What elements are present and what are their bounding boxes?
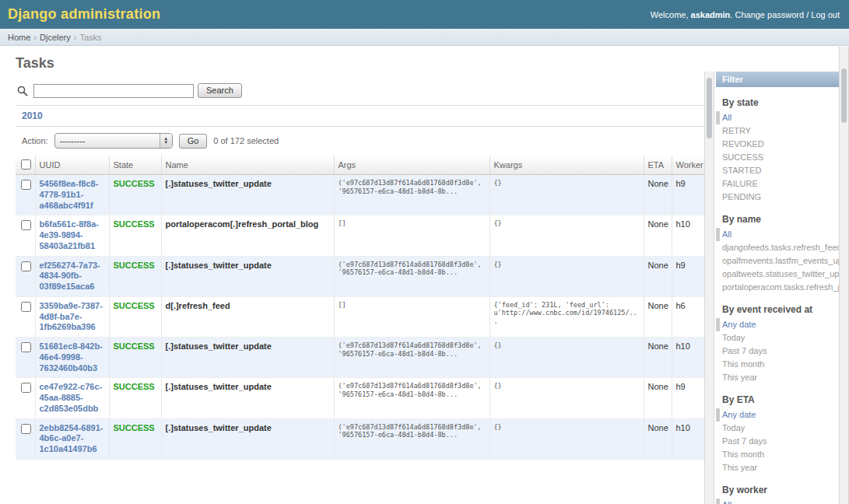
row-checkbox[interactable]	[21, 424, 31, 434]
column-header-kwargs[interactable]: Kwargs	[489, 156, 644, 175]
filter-heading-by-worker: By worker	[716, 485, 839, 495]
filter-link[interactable]: Past 7 days	[722, 346, 767, 355]
task-uuid-link[interactable]: b6fa561c-8f8a-4e39-9894-58403a21fb81	[40, 219, 99, 250]
filter-link[interactable]: This year	[722, 463, 757, 472]
task-uuid-link[interactable]: 2ebb8254-6891-4b6c-a0e7-1c10a41497b6	[40, 423, 103, 454]
filter-link[interactable]: Any date	[722, 320, 756, 329]
filter-option[interactable]: This month	[716, 448, 839, 461]
filter-panel-title: Filter	[716, 72, 839, 87]
row-checkbox[interactable]	[21, 180, 31, 190]
row-checkbox[interactable]	[21, 342, 31, 352]
filter-link[interactable]: REVOKED	[722, 139, 764, 149]
filter-option[interactable]: PENDING	[716, 191, 839, 204]
filter-option[interactable]: This month	[716, 358, 839, 371]
filter-link[interactable]: opaltweets.statuses_twitter_update	[722, 269, 839, 278]
filter-option-selected[interactable]: All	[716, 499, 839, 504]
column-header-eta[interactable]: ETA	[644, 156, 672, 175]
column-header-uuid[interactable]: UUID	[35, 156, 109, 175]
column-header-state[interactable]: State	[109, 156, 161, 175]
row-checkbox[interactable]	[21, 220, 31, 230]
filter-option[interactable]: Today	[716, 331, 839, 345]
date-hierarchy-year-link[interactable]: 2010	[22, 110, 43, 121]
filter-option[interactable]: RETRY	[716, 124, 839, 138]
filter-option[interactable]: This year	[716, 371, 839, 384]
column-header-name[interactable]: Name	[161, 156, 334, 175]
row-select-cell	[16, 175, 35, 215]
row-select-cell	[16, 215, 35, 256]
task-uuid-link[interactable]: ce47e922-c76c-45aa-8885-c2d853e05dbb	[40, 382, 103, 413]
filter-link[interactable]: portaloperacom.tasks.refresh_portal_blog	[722, 282, 839, 292]
filter-link[interactable]: Past 7 days	[722, 436, 767, 446]
filter-option[interactable]: djangofeeds.tasks.refresh_feed	[716, 241, 839, 254]
filter-link[interactable]: Today	[722, 423, 745, 432]
filter-link[interactable]: This month	[722, 450, 764, 459]
filter-link[interactable]: This year	[722, 373, 757, 382]
app-header: Django administration Welcome, askadmin.…	[0, 0, 849, 29]
filter-link[interactable]: SUCCESS	[722, 152, 763, 162]
row-select-cell	[16, 338, 35, 378]
table-header-row: UUID State Name Args Kwargs ETA Worker	[16, 156, 704, 175]
filter-link[interactable]: Any date	[722, 410, 756, 419]
filter-panel: Filter By state All RETRY REVOKED SUCCES…	[716, 72, 839, 504]
filter-link[interactable]: Today	[722, 333, 745, 342]
task-uuid-link[interactable]: 51681ec8-842b-46e4-9998-7632460b40b3	[40, 341, 103, 373]
filter-option-selected[interactable]: All	[716, 111, 839, 124]
page-scrollbar[interactable]	[839, 47, 849, 504]
filter-link[interactable]: All	[722, 500, 731, 504]
filter-link[interactable]: All	[722, 229, 731, 239]
column-header-args[interactable]: Args	[334, 156, 489, 175]
table-row: 2ebb8254-6891-4b6c-a0e7-1c10a41497b6 SUC…	[16, 418, 704, 459]
filter-option-selected[interactable]: Any date	[716, 408, 839, 422]
site-branding: Django administration	[8, 6, 160, 23]
task-state: SUCCESS	[109, 256, 161, 296]
filter-option[interactable]: opaltweets.statuses_twitter_update	[716, 268, 839, 281]
column-header-worker[interactable]: Worker	[672, 156, 704, 175]
task-eta: None	[644, 256, 672, 296]
scrollbar-thumb[interactable]	[841, 68, 847, 123]
row-checkbox[interactable]	[21, 261, 31, 271]
go-button[interactable]: Go	[179, 134, 208, 149]
filter-option[interactable]: portaloperacom.tasks.refresh_portal_blog	[716, 281, 839, 294]
filter-link[interactable]: STARTED	[722, 166, 761, 175]
logout-link[interactable]: Log out	[811, 10, 840, 19]
filter-option[interactable]: STARTED	[716, 164, 839, 177]
filter-option[interactable]: REVOKED	[716, 138, 839, 151]
table-row: ef256274-7a73-4834-90fb-03f89e15aca6 SUC…	[16, 256, 704, 296]
change-password-link[interactable]: Change password	[735, 10, 804, 19]
filter-link[interactable]: opalfmevents.lastfm_events_update	[722, 256, 839, 265]
filter-option[interactable]: SUCCESS	[716, 151, 839, 164]
select-all-checkbox[interactable]	[21, 159, 31, 170]
search-button[interactable]: Search	[198, 83, 242, 98]
search-input[interactable]	[33, 84, 194, 98]
filter-link[interactable]: This month	[722, 359, 764, 369]
filter-option[interactable]: Past 7 days	[716, 435, 839, 448]
row-select-cell	[16, 296, 35, 337]
filter-option[interactable]: opalfmevents.lastfm_events_update	[716, 254, 839, 268]
search-toolbar: Search	[16, 78, 704, 106]
task-uuid-link[interactable]: 5456f8ea-f8c8-4778-91b1-a468abc4f91f	[40, 179, 99, 210]
filter-link[interactable]: RETRY	[722, 126, 751, 135]
scrollbar-thumb[interactable]	[707, 78, 712, 138]
task-name: [.]statuses_twitter_update	[161, 418, 334, 459]
page-title: Tasks	[16, 55, 849, 72]
breadcrumb-app-link[interactable]: Djcelery	[40, 33, 71, 42]
task-uuid-link[interactable]: 3359ba9e-7387-4d8f-ba7e-1fb6269ba396	[40, 301, 103, 332]
task-worker: h9	[672, 175, 704, 215]
row-checkbox[interactable]	[21, 383, 31, 393]
row-checkbox[interactable]	[21, 302, 31, 312]
filter-option[interactable]: FAILURE	[716, 177, 839, 191]
filter-link[interactable]: FAILURE	[722, 179, 758, 188]
welcome-text: Welcome,	[651, 10, 691, 19]
filter-option-selected[interactable]: Any date	[716, 318, 839, 331]
task-uuid-link[interactable]: ef256274-7a73-4834-90fb-03f89e15aca6	[40, 261, 100, 292]
filter-option[interactable]: Today	[716, 422, 839, 435]
filter-link[interactable]: djangofeeds.tasks.refresh_feed	[722, 243, 839, 252]
breadcrumb-home-link[interactable]: Home	[8, 33, 30, 42]
filter-link[interactable]: PENDING	[722, 192, 761, 201]
filter-option[interactable]: This year	[716, 461, 839, 474]
action-select[interactable]: --------- ▲▼	[54, 133, 173, 149]
results-scrollbar[interactable]	[704, 72, 714, 504]
filter-option-selected[interactable]: All	[716, 228, 839, 241]
filter-link[interactable]: All	[722, 113, 731, 122]
filter-option[interactable]: Past 7 days	[716, 345, 839, 358]
